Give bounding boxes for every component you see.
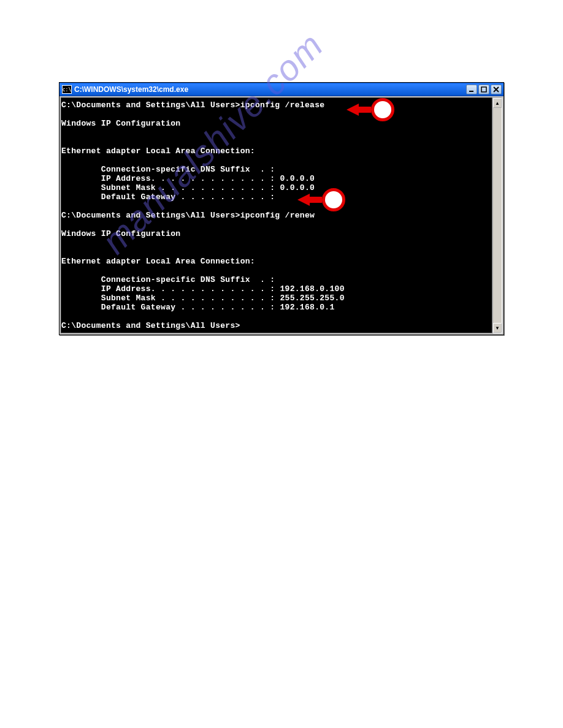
prompt: C:\Documents and Settings\All Users> <box>61 100 240 110</box>
prompt: C:\Documents and Settings\All Users> <box>61 211 240 220</box>
callout-arrow-renew <box>297 188 345 211</box>
arrow-left-icon <box>347 104 359 116</box>
svg-rect-1 <box>481 87 486 92</box>
adapter-header: Ethernet adapter Local Area Connection: <box>61 146 255 156</box>
subnet-mask-line: Subnet Mask . . . . . . . . . . . : 255.… <box>61 294 345 303</box>
command-release: ipconfig /release <box>240 100 325 110</box>
scroll-up-button[interactable]: ▲ <box>493 98 502 108</box>
scrollbar[interactable]: ▲ ▼ <box>492 97 502 333</box>
callout-circle-icon <box>371 98 394 121</box>
terminal-output[interactable]: C:\Documents and Settings\All Users>ipco… <box>61 97 492 333</box>
arrow-left-icon <box>297 194 310 206</box>
command-renew: ipconfig /renew <box>240 211 315 220</box>
minimize-button[interactable] <box>466 85 477 94</box>
dns-suffix-line: Connection-specific DNS Suffix . : <box>61 275 275 284</box>
arrow-stem <box>310 197 322 203</box>
cmd-window: c:\ C:\WINDOWS\system32\cmd.exe C:\Docum… <box>59 82 504 335</box>
dns-suffix-line: Connection-specific DNS Suffix . : <box>61 165 275 174</box>
scroll-track[interactable] <box>493 108 502 323</box>
scroll-down-button[interactable]: ▼ <box>493 323 502 333</box>
adapter-header: Ethernet adapter Local Area Connection: <box>61 257 255 266</box>
arrow-stem <box>359 107 371 113</box>
ip-config-header: Windows IP Configuration <box>61 119 180 128</box>
close-button[interactable] <box>491 85 502 94</box>
callout-circle-icon <box>322 188 345 211</box>
gateway-line: Default Gateway . . . . . . . . . : 192.… <box>61 303 335 312</box>
svg-rect-0 <box>469 91 473 92</box>
cmd-icon: c:\ <box>62 85 72 94</box>
subnet-mask-line: Subnet Mask . . . . . . . . . . . : 0.0.… <box>61 183 315 192</box>
maximize-button[interactable] <box>478 85 489 94</box>
window-title: C:\WINDOWS\system32\cmd.exe <box>74 85 466 94</box>
callout-arrow-release <box>347 98 394 121</box>
ip-config-header: Windows IP Configuration <box>61 229 180 238</box>
ip-address-line: IP Address. . . . . . . . . . . . : 192.… <box>61 284 345 294</box>
prompt: C:\Documents and Settings\All Users> <box>61 321 240 330</box>
titlebar[interactable]: c:\ C:\WINDOWS\system32\cmd.exe <box>59 83 504 96</box>
gateway-line: Default Gateway . . . . . . . . . : <box>61 192 275 202</box>
ip-address-line: IP Address. . . . . . . . . . . . : 0.0.… <box>61 174 315 183</box>
